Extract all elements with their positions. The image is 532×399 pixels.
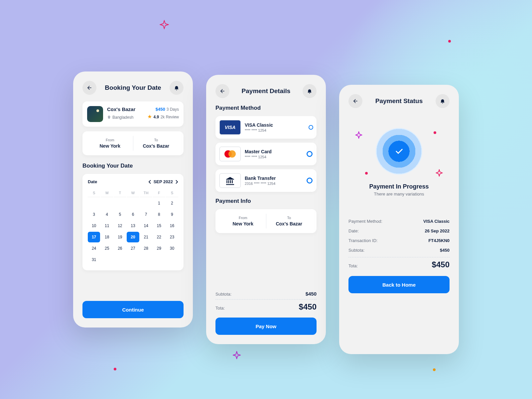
from-label: From <box>87 138 133 142</box>
radio-button[interactable] <box>309 126 313 129</box>
calendar-day[interactable]: 18 <box>101 232 113 242</box>
to-label: To <box>133 138 179 142</box>
sparkle-icon <box>160 20 169 29</box>
calendar-day[interactable]: 24 <box>88 243 100 254</box>
destination-rating: 4.9 <box>154 115 159 119</box>
calendar-day[interactable]: 8 <box>153 209 165 220</box>
calendar-day[interactable]: 15 <box>153 220 165 231</box>
back-button[interactable] <box>348 94 362 108</box>
calendar-day[interactable]: 11 <box>101 220 113 231</box>
back-button[interactable] <box>215 84 229 98</box>
continue-button[interactable]: Continue <box>82 301 184 318</box>
calendar-day[interactable]: 27 <box>127 243 139 254</box>
payment-method-number: 2316 **** **** 1254 <box>245 182 303 186</box>
calendar-day[interactable]: 13 <box>127 220 139 231</box>
payment-detail-row: Date:26 Sep 2022 <box>348 226 450 236</box>
page-title: Booking Your Date <box>105 84 161 91</box>
destination-card[interactable]: Cox's Bazar $4503 Days Bangladesh ★ 4.9 … <box>82 101 184 127</box>
payment-method-number: **** **** 1254 <box>245 155 303 159</box>
calendar-day[interactable]: 1 <box>153 198 165 208</box>
destination-price: $450 <box>156 107 165 112</box>
pay-now-button[interactable]: Pay Now <box>215 318 317 335</box>
calendar-day <box>101 198 113 208</box>
from-value: New York <box>87 143 133 149</box>
payment-info-title: Payment Info <box>215 198 317 204</box>
calendar-dow: S <box>88 189 100 197</box>
to-value: Cox's Bazar <box>133 143 179 149</box>
radio-button[interactable] <box>307 178 313 184</box>
destination-reviews: 2k Review <box>161 115 179 119</box>
calendar-day[interactable]: 28 <box>140 243 152 254</box>
calendar-day[interactable]: 26 <box>114 243 126 254</box>
calendar-month-picker[interactable]: SEP 2022 <box>148 179 178 184</box>
from-value: New York <box>220 221 266 226</box>
status-title: Payment In Progress <box>348 183 450 190</box>
radio-button[interactable] <box>307 151 313 157</box>
bell-icon <box>307 88 313 94</box>
subtotal-row: Subtota: $450 <box>215 288 317 300</box>
calendar-day[interactable]: 19 <box>114 232 126 242</box>
calendar-dow: T <box>114 189 126 197</box>
calendar-day[interactable]: 29 <box>153 243 165 254</box>
calendar-day[interactable]: 22 <box>153 232 165 242</box>
chevron-left-icon <box>148 180 151 184</box>
payment-method-option[interactable]: VISAVISA Classic**** **** 1254 <box>215 116 317 139</box>
to-value: Cox's Bazar <box>266 221 312 226</box>
calendar-day[interactable]: 23 <box>166 232 178 242</box>
notifications-button[interactable] <box>170 81 184 95</box>
visa-logo: VISA <box>219 120 241 135</box>
pin-icon <box>107 115 111 119</box>
bell-icon <box>440 98 446 104</box>
calendar-day[interactable]: 9 <box>166 209 178 220</box>
payment-details-screen: Payment Details Payment Method VISAVISA … <box>206 75 326 344</box>
calendar-dow: M <box>101 189 113 197</box>
calendar-day[interactable]: 20 <box>127 232 139 242</box>
booking-screen: Booking Your Date Cox's Bazar $4503 Days… <box>73 71 193 328</box>
total-row: Tota: $450 <box>215 300 317 314</box>
payment-method-title: Payment Method <box>215 105 317 111</box>
decor-dot <box>365 172 368 175</box>
back-button[interactable] <box>82 81 96 95</box>
notifications-button[interactable] <box>303 84 317 98</box>
calendar-dow: F <box>153 189 165 197</box>
calendar-section-title: Booking Your Date <box>82 163 184 169</box>
calendar-date-label: Date <box>88 179 97 184</box>
calendar-day[interactable]: 10 <box>88 220 100 231</box>
decor-dot <box>114 368 116 370</box>
notifications-button[interactable] <box>436 94 450 108</box>
calendar-day[interactable]: 7 <box>140 209 152 220</box>
sparkle-icon <box>233 351 241 359</box>
calendar-day <box>114 198 126 208</box>
total-row: Tota: $450 <box>348 257 450 272</box>
calendar-dow: TH <box>140 189 152 197</box>
payment-method-number: **** **** 1254 <box>245 128 305 132</box>
back-to-home-button[interactable]: Back to Home <box>348 276 450 293</box>
calendar-day[interactable]: 31 <box>88 254 100 265</box>
calendar-day <box>127 198 139 208</box>
payment-method-option[interactable]: Master Card**** **** 1254 <box>215 143 317 165</box>
to-label: To <box>266 216 312 220</box>
calendar-day[interactable]: 3 <box>88 209 100 220</box>
status-subtitle: There are many variations <box>348 192 450 197</box>
sparkle-icon <box>355 131 362 139</box>
calendar-day[interactable]: 14 <box>140 220 152 231</box>
header: Booking Your Date <box>82 81 184 95</box>
calendar: Date SEP 2022 SMTWTHFS123456789101112131… <box>82 174 184 270</box>
calendar-day[interactable]: 6 <box>127 209 139 220</box>
calendar-day[interactable]: 25 <box>101 243 113 254</box>
calendar-day[interactable]: 16 <box>166 220 178 231</box>
from-label: From <box>220 216 266 220</box>
calendar-day[interactable]: 30 <box>166 243 178 254</box>
success-indicator <box>376 128 422 175</box>
payment-method-option[interactable]: Bank Transfer2316 **** **** 1254 <box>215 169 317 192</box>
calendar-day[interactable]: 4 <box>101 209 113 220</box>
sparkle-icon <box>436 169 443 177</box>
check-icon <box>394 147 404 156</box>
calendar-day[interactable]: 12 <box>114 220 126 231</box>
calendar-day[interactable]: 5 <box>114 209 126 220</box>
calendar-day[interactable]: 2 <box>166 198 178 208</box>
destination-duration: 3 Days <box>167 107 179 112</box>
mastercard-logo <box>219 147 241 161</box>
calendar-day[interactable]: 17 <box>88 232 100 242</box>
calendar-day[interactable]: 21 <box>140 232 152 242</box>
